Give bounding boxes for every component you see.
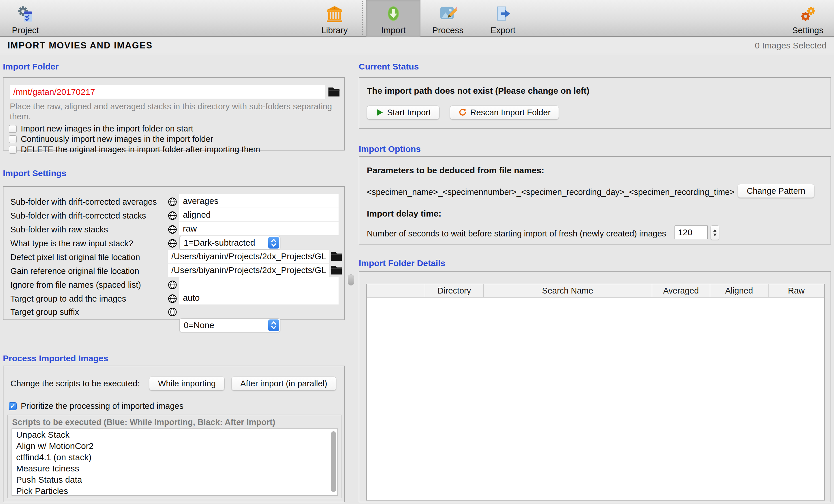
toolbar-item-settings[interactable]: Settings: [786, 0, 830, 37]
delay-seconds-input[interactable]: 120: [675, 225, 708, 239]
toolbar-item-library[interactable]: Library: [313, 0, 356, 37]
globe-icon: [168, 225, 177, 234]
target-group-input[interactable]: [179, 291, 338, 305]
setting-label: Defect pixel list original file location: [10, 250, 166, 264]
checkbox-import-on-start[interactable]: [9, 125, 17, 133]
import-icon: [385, 3, 402, 25]
after-import-button[interactable]: After import (in parallel): [231, 376, 336, 390]
setting-label: Sub-folder with drift-corrected stacks: [10, 209, 166, 223]
settings-icon: [799, 3, 817, 25]
params-deduced-label: Parameters to be deduced from file names…: [367, 166, 544, 175]
scrollbar-thumb[interactable]: [331, 431, 336, 492]
current-status-heading: Current Status: [359, 62, 419, 71]
change-scripts-label: Change the scripts to be executed:: [10, 376, 139, 390]
globe-icon: [168, 280, 177, 289]
toolbar-label-settings: Settings: [792, 25, 823, 35]
browse-folder-icon[interactable]: [328, 86, 340, 98]
script-item[interactable]: Align w/ MotionCor2: [12, 440, 337, 452]
toolbar-item-process[interactable]: Process: [424, 0, 471, 37]
change-pattern-button[interactable]: Change Pattern: [738, 184, 814, 198]
checkbox-delete-originals[interactable]: [9, 146, 17, 154]
table-header-row: Directory Search Name Averaged Aligned R…: [367, 284, 824, 298]
while-importing-button[interactable]: While importing: [149, 376, 225, 390]
import-folder-details-panel: Directory Search Name Averaged Aligned R…: [359, 271, 831, 502]
import-folder-details-table: Directory Search Name Averaged Aligned R…: [366, 284, 825, 501]
setting-label: Sub-folder with raw stacks: [10, 223, 166, 237]
globe-icon: [168, 197, 177, 206]
import-path-input[interactable]: [10, 85, 325, 98]
import-options-heading: Import Options: [359, 144, 421, 154]
toolbar-label-project: Project: [12, 25, 39, 35]
play-icon: [375, 108, 383, 116]
prioritize-checkbox-row[interactable]: ✓ Prioritize the processing of imported …: [9, 401, 183, 411]
toolbar-label-process: Process: [432, 25, 463, 35]
start-import-label: Start Import: [387, 108, 431, 117]
browse-folder-icon[interactable]: [330, 250, 343, 262]
rescan-import-folder-button[interactable]: Rescan Import Folder: [450, 106, 559, 119]
refresh-icon: [458, 108, 467, 117]
setting-label: Ignore from file names (spaced list): [10, 278, 166, 292]
toolbar-label-export: Export: [490, 25, 515, 35]
page-title: IMPORT MOVIES AND IMAGES: [7, 40, 153, 51]
delay-spinner[interactable]: [710, 225, 719, 240]
raw-stack-type-value: 1=Dark-subtracted: [184, 238, 255, 248]
start-import-button[interactable]: Start Import: [367, 106, 439, 119]
averages-subfolder-input[interactable]: [179, 194, 338, 207]
gain-reference-input[interactable]: [168, 264, 329, 277]
globe-icon: [168, 294, 177, 303]
table-header-aligned[interactable]: Aligned: [710, 284, 768, 297]
table-header-averaged[interactable]: Averaged: [652, 284, 710, 297]
target-group-suffix-select[interactable]: 0=None: [179, 318, 280, 332]
page-header-bar: IMPORT MOVIES AND IMAGES 0 Images Select…: [0, 38, 834, 54]
prioritize-checkbox[interactable]: ✓: [9, 402, 17, 410]
scripts-group-box: Scripts to be executed (Blue: While Impo…: [7, 415, 342, 498]
checkbox-label: Continuously import new images in the im…: [21, 134, 213, 144]
column-splitter-handle[interactable]: [348, 275, 354, 285]
checkbox-row-import-on-start[interactable]: Import new images in the import folder o…: [9, 124, 193, 133]
checkbox-label: Import new images in the import folder o…: [21, 124, 193, 133]
filename-pattern-text: <specimen_name>_<specimennumber>_<specim…: [367, 188, 734, 197]
raw-subfolder-input[interactable]: [179, 222, 338, 235]
import-options-panel: Parameters to be deduced from file names…: [359, 156, 831, 244]
select-stepper-icon: [268, 237, 279, 248]
browse-folder-icon[interactable]: [330, 264, 343, 276]
script-item[interactable]: Push Status data: [12, 474, 337, 485]
setting-label: Target group to add the images: [10, 292, 166, 306]
table-header-search-name[interactable]: Search Name: [483, 284, 652, 297]
script-item[interactable]: Measure Iciness: [12, 463, 337, 474]
current-status-panel: The import path does not exist (Please c…: [359, 77, 831, 129]
setting-label: Gain reference original file location: [10, 264, 166, 278]
rescan-label: Rescan Import Folder: [470, 108, 551, 117]
scripts-list[interactable]: Unpack Stack Align w/ MotionCor2 ctffind…: [12, 429, 338, 496]
table-body-empty: [367, 298, 824, 500]
script-item[interactable]: Unpack Stack: [12, 429, 337, 440]
script-item[interactable]: Pick Particles: [12, 485, 337, 496]
toolbar-separator: [362, 1, 363, 35]
raw-stack-type-select[interactable]: 1=Dark-subtracted: [179, 236, 280, 250]
delay-description: Number of seconds to wait before startin…: [367, 229, 666, 238]
checkbox-continuous-import[interactable]: [9, 135, 17, 143]
defect-pixel-list-input[interactable]: [168, 250, 329, 263]
checkbox-row-delete-originals[interactable]: DELETE the original images in import fol…: [9, 145, 260, 154]
setting-label: Target group suffix: [10, 305, 166, 319]
setting-label: Sub-folder with drift-corrected averages: [10, 195, 166, 209]
script-item[interactable]: ctffind4.1 (on stack): [12, 452, 337, 463]
checkbox-row-continuous-import[interactable]: Continuously import new images in the im…: [9, 134, 213, 144]
status-message: The import path does not exist (Please c…: [367, 86, 589, 96]
export-icon: [494, 3, 512, 25]
table-header-directory[interactable]: Directory: [425, 284, 483, 297]
table-header-blank[interactable]: [367, 284, 425, 297]
import-folder-panel: Place the raw, aligned and averaged stac…: [3, 77, 345, 151]
import-folder-help-text: Place the raw, aligned and averaged stac…: [10, 102, 342, 122]
ignore-filenames-input[interactable]: [179, 277, 338, 291]
aligned-subfolder-input[interactable]: [179, 208, 338, 221]
toolbar-item-project[interactable]: Project: [5, 0, 46, 37]
table-header-raw[interactable]: Raw: [768, 284, 825, 297]
toolbar-item-export[interactable]: Export: [481, 0, 525, 37]
import-folder-details-heading: Import Folder Details: [359, 258, 445, 268]
setting-label: What type is the raw input stack?: [10, 237, 166, 250]
toolbar-item-import[interactable]: Import: [366, 0, 420, 37]
select-stepper-icon: [268, 320, 279, 331]
globe-icon: [168, 239, 177, 248]
process-imported-panel: Change the scripts to be executed: While…: [3, 366, 345, 502]
